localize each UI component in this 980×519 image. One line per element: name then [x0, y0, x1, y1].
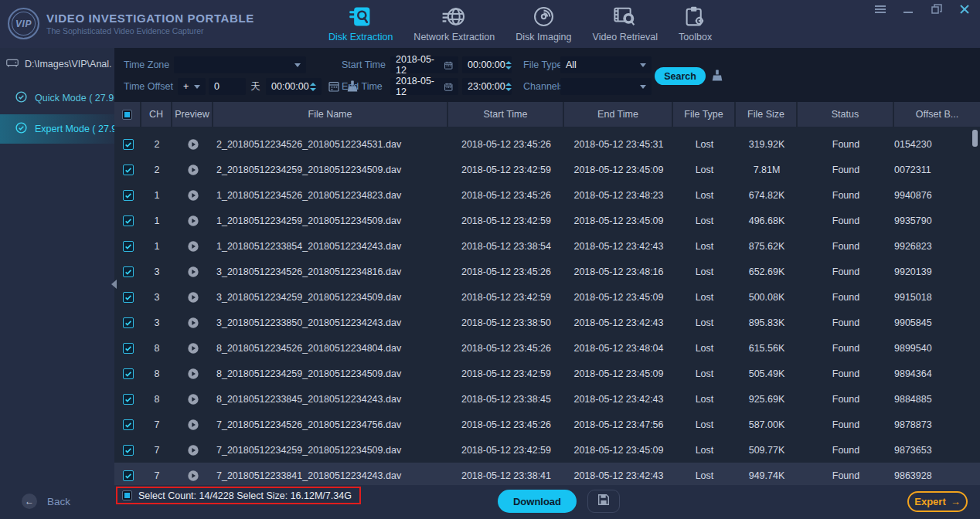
header-end-time: End Time [564, 102, 673, 127]
preview-play-icon[interactable] [187, 444, 199, 456]
calendar-icon[interactable] [444, 60, 454, 70]
row-checkbox[interactable] [123, 419, 134, 430]
maximize-icon[interactable] [931, 4, 942, 14]
row-checkbox[interactable] [123, 445, 134, 456]
table-row[interactable]: 1 1_20180512233854_20180512234243.dav 20… [114, 233, 980, 259]
header-file-name: File Name [213, 102, 448, 127]
row-checkbox[interactable] [123, 470, 134, 481]
row-start-time: 2018-05-12 23:42:59 [448, 368, 564, 379]
preview-play-icon[interactable] [187, 164, 199, 176]
expert-button[interactable]: Expert → [907, 491, 968, 512]
select-all-checkbox[interactable] [122, 110, 132, 120]
row-checkbox[interactable] [123, 215, 134, 226]
table-row[interactable]: 2 2_20180512234259_20180512234509.dav 20… [114, 157, 980, 182]
row-offset: 9940876 [894, 190, 980, 201]
row-checkbox[interactable] [123, 343, 134, 354]
row-checkbox[interactable] [123, 317, 134, 328]
vertical-scrollbar[interactable] [972, 130, 978, 147]
preview-play-icon[interactable] [187, 189, 199, 202]
channels-select[interactable] [560, 78, 652, 95]
end-clock-input[interactable]: 23:00:00 [462, 78, 512, 95]
minimize-icon[interactable] [903, 5, 914, 14]
sidebar-collapse-handle[interactable] [111, 280, 117, 289]
back-button[interactable]: ← Back [22, 494, 70, 509]
row-checkbox[interactable] [123, 165, 134, 175]
filter-brush-icon[interactable] [711, 70, 723, 82]
sidebar-item-quick-mode[interactable]: Quick Mode ( 27.96... [0, 86, 114, 110]
preview-play-icon[interactable] [187, 368, 199, 380]
nav-toolbox[interactable]: Toolbox [679, 5, 712, 42]
selection-checkbox[interactable] [122, 490, 132, 500]
toolbox-icon [683, 5, 707, 28]
preview-play-icon[interactable] [187, 240, 199, 253]
preview-play-icon[interactable] [187, 138, 199, 151]
row-checkbox[interactable] [123, 292, 134, 303]
row-channel: 3 [141, 266, 172, 277]
preview-play-icon[interactable] [187, 215, 199, 227]
sidebar-device-path[interactable]: D:\Images\VIP\Anal... [5, 56, 112, 71]
close-icon[interactable] [960, 5, 969, 14]
table-row[interactable]: 3 3_20180512233850_20180512234243.dav 20… [114, 310, 980, 335]
time-spinner[interactable] [505, 83, 512, 91]
nav-network-extraction[interactable]: Network Extraction [413, 5, 495, 42]
time-spinner[interactable] [505, 61, 512, 70]
file-type-select[interactable]: All [560, 56, 652, 73]
time-spinner[interactable] [310, 83, 316, 91]
calendar-grid-icon[interactable] [328, 80, 340, 93]
preview-play-icon[interactable] [187, 419, 199, 431]
table-row[interactable]: 2 2_20180512234526_20180512234531.dav 20… [114, 131, 980, 157]
nav-disk-imaging[interactable]: Disk Imaging [516, 5, 571, 42]
row-checkbox[interactable] [123, 241, 134, 252]
row-checkbox[interactable] [123, 266, 134, 277]
table-row[interactable]: 1 1_20180512234526_20180512234823.dav 20… [114, 182, 980, 208]
preview-play-icon[interactable] [187, 317, 199, 329]
nav-disk-extraction[interactable]: Disk Extraction [328, 5, 393, 42]
offset-sign-select[interactable]: + [178, 78, 206, 95]
row-file-type: Lost [673, 394, 736, 405]
preview-play-icon[interactable] [187, 342, 199, 354]
offset-days-input[interactable]: 0 [209, 78, 246, 95]
nav-video-retrieval[interactable]: Video Retrieval [593, 5, 658, 42]
table-row[interactable]: 1 1_20180512234259_20180512234509.dav 20… [114, 208, 980, 233]
row-checkbox[interactable] [123, 368, 134, 379]
selection-summary-box: Select Count: 14/4228 Select Size: 16.12… [116, 487, 361, 504]
row-checkbox[interactable] [123, 190, 134, 201]
calendar-icon[interactable] [444, 82, 454, 92]
preview-play-icon[interactable] [187, 470, 199, 482]
row-file-size: 505.49K [736, 368, 798, 379]
table-row[interactable]: 3 3_20180512234259_20180512234509.dav 20… [114, 284, 980, 310]
row-channel: 7 [141, 419, 172, 430]
row-checkbox[interactable] [123, 139, 134, 150]
offset-day-unit-label: 天 [250, 78, 260, 95]
preview-play-icon[interactable] [187, 266, 199, 278]
drive-icon [5, 56, 19, 71]
start-clock-input[interactable]: 00:00:00 [462, 56, 512, 73]
preview-play-icon[interactable] [187, 393, 199, 405]
download-button[interactable]: Download [498, 490, 577, 513]
preview-play-icon[interactable] [187, 291, 199, 304]
app-logo: VIP VIDEO INVESTIGATION PORTABLE The Sop… [8, 8, 254, 39]
row-file-type: Lost [673, 266, 736, 277]
table-row[interactable]: 7 7_20180512233841_20180512234243.dav 20… [114, 463, 980, 485]
titlebar: VIP VIDEO INVESTIGATION PORTABLE The Sop… [0, 0, 980, 48]
row-end-time: 2018-05-12 23:45:09 [564, 165, 673, 175]
end-date-input[interactable]: 2018-05-12 [390, 78, 458, 95]
header-ch: CH [141, 102, 172, 127]
menu-icon[interactable] [875, 5, 886, 14]
time-offset-label: Time Offset [124, 78, 173, 95]
table-row[interactable]: 8 8_20180512233845_20180512234243.dav 20… [114, 386, 980, 412]
search-button[interactable]: Search [655, 67, 706, 85]
row-status: Found [798, 368, 894, 379]
table-row[interactable]: 7 7_20180512234259_20180512234509.dav 20… [114, 437, 980, 463]
row-checkbox[interactable] [123, 394, 134, 405]
sidebar-item-expert-mode[interactable]: Expert Mode ( 27.9... [0, 114, 114, 144]
start-date-input[interactable]: 2018-05-12 [390, 56, 458, 73]
row-file-name: 8_20180512234259_20180512234509.dav [213, 368, 448, 379]
table-row[interactable]: 7 7_20180512234526_20180512234756.dav 20… [114, 412, 980, 437]
time-zone-select[interactable] [174, 56, 306, 73]
offset-time-input[interactable]: 00:00:00 [266, 78, 322, 95]
table-row[interactable]: 8 8_20180512234259_20180512234509.dav 20… [114, 361, 980, 386]
save-button[interactable] [587, 490, 620, 513]
table-row[interactable]: 3 3_20180512234526_20180512234816.dav 20… [114, 259, 980, 284]
table-row[interactable]: 8 8_20180512234526_20180512234804.dav 20… [114, 335, 980, 361]
